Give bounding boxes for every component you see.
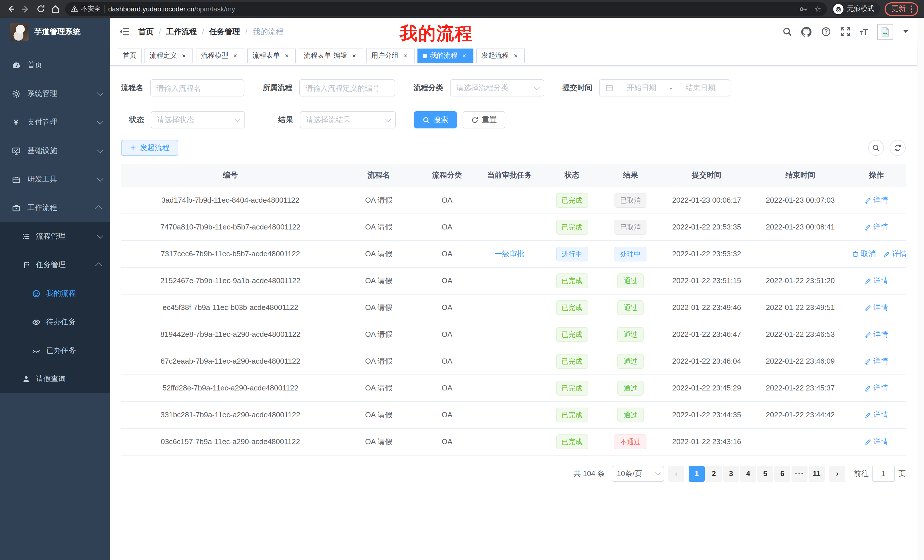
sidebar-item-pay[interactable]: ¥ 支付管理 (0, 108, 110, 136)
cell-submit-time: 2022-01-22 23:44:35 (660, 401, 753, 428)
prev-page-button[interactable]: ‹ (668, 466, 684, 482)
sidebar-fold-icon[interactable] (119, 26, 130, 37)
incognito-icon (833, 4, 843, 14)
view-tab[interactable]: 首页 (118, 48, 142, 63)
sidebar-item-todo-tasks[interactable]: 待办任务 (0, 308, 110, 336)
page-size-select[interactable]: 10条/页 (612, 466, 664, 482)
back-icon[interactable] (6, 4, 16, 14)
cancel-action[interactable]: 取消 (852, 249, 876, 259)
view-tab[interactable]: 流程表单-编辑 × (298, 48, 363, 63)
github-icon[interactable] (801, 27, 812, 37)
browser-menu-icon[interactable] (910, 5, 913, 13)
url-text[interactable]: dashboard.yudao.iocoder.cn/bpm/task/my (108, 5, 796, 13)
cell-result: 已取消 (602, 214, 660, 240)
page-number-button[interactable]: 4 (740, 466, 756, 482)
breadcrumb-home[interactable]: 首页 (138, 27, 154, 37)
sidebar-item-task-mgmt[interactable]: 任务管理 (0, 251, 110, 279)
view-tab[interactable]: 发起流程 × (476, 48, 525, 63)
forward-icon[interactable] (21, 4, 31, 14)
refresh-table-button[interactable] (890, 140, 906, 156)
start-process-button[interactable]: 发起流程 (121, 140, 178, 156)
cell-actions: 详情 (847, 214, 906, 240)
address-bar[interactable]: 不安全 dashboard.yudao.iocoder.cn/bpm/task/… (65, 2, 827, 16)
tags-view: 首页 流程定义 × 流程模型 × (110, 46, 917, 66)
goto-page-input[interactable] (872, 466, 895, 482)
sidebar-item-infra[interactable]: 基础设施 (0, 136, 110, 165)
detail-action[interactable]: 详情 (865, 383, 888, 393)
chevron-down-icon (97, 175, 104, 182)
page-number-button[interactable]: 5 (757, 466, 773, 482)
view-tab[interactable]: 流程模型 × (196, 48, 244, 63)
page-number-button[interactable]: 6 (774, 466, 790, 482)
home-icon[interactable] (50, 4, 60, 14)
view-tab[interactable]: 我的流程 × (417, 48, 473, 63)
detail-action[interactable]: 详情 (865, 302, 888, 313)
app-title: 芋道管理系统 (34, 27, 81, 37)
search-button[interactable]: 搜索 (414, 111, 457, 129)
result-select[interactable]: 请选择流结果 (300, 111, 396, 129)
avatar[interactable] (877, 24, 893, 40)
process-definition-input[interactable] (299, 79, 395, 96)
breadcrumb-workflow[interactable]: 工作流程 (166, 27, 197, 37)
status-select[interactable]: 请选择状态 (151, 111, 245, 129)
page-number-button[interactable]: 3 (723, 466, 739, 482)
process-name-input[interactable] (150, 79, 244, 96)
app-logo-row[interactable]: 芋道管理系统 (0, 18, 110, 46)
warning-icon (71, 5, 78, 13)
detail-action[interactable]: 详情 (865, 195, 888, 205)
current-task-link[interactable]: 一级审批 (495, 249, 524, 258)
page-number-button[interactable]: 2 (706, 466, 722, 482)
avatar-caret-icon[interactable] (903, 30, 908, 33)
view-tab[interactable]: 用户分组 × (366, 48, 415, 63)
tab-close-icon[interactable]: × (283, 52, 291, 60)
tab-close-icon[interactable]: × (512, 52, 520, 60)
edit-pen-icon (865, 358, 872, 364)
page-number-button[interactable]: 1 (689, 466, 705, 482)
cell-end-time (753, 428, 847, 455)
sidebar-item-workflow[interactable]: 工作流程 (0, 193, 110, 222)
tab-close-icon[interactable]: × (350, 52, 358, 60)
sidebar-item-done-tasks[interactable]: 已办任务 (0, 336, 110, 365)
sidebar-item-system[interactable]: 系统管理 (0, 79, 110, 108)
detail-action[interactable]: 详情 (865, 222, 888, 232)
font-size-icon[interactable]: TT (860, 27, 868, 36)
process-category-select[interactable]: 请选择流程分类 (450, 79, 544, 96)
tab-close-icon[interactable]: × (460, 52, 468, 60)
next-page-button[interactable]: › (829, 466, 845, 482)
status-badge: 已完成 (556, 193, 588, 208)
help-icon[interactable] (821, 27, 831, 37)
browser-update-button[interactable]: 更新 (885, 2, 918, 16)
page-number-button[interactable]: ··· (792, 466, 807, 482)
detail-action[interactable]: 详情 (865, 436, 888, 447)
reset-button[interactable]: 重置 (463, 111, 506, 129)
view-tab[interactable]: 流程表单 × (247, 48, 296, 63)
detail-action[interactable]: 详情 (884, 249, 906, 259)
sidebar-item-leave-query[interactable]: 请假查询 (0, 365, 110, 393)
sidebar-item-process-mgmt[interactable]: 流程管理 (0, 222, 110, 251)
password-key-icon[interactable] (799, 4, 808, 13)
tab-close-icon[interactable]: × (402, 52, 410, 60)
tab-label: 流程表单-编辑 (304, 51, 347, 60)
bookmark-star-icon[interactable]: ☆ (814, 5, 821, 13)
submit-time-range-picker[interactable]: 开始日期 - 结束日期 (599, 79, 730, 96)
search-icon[interactable] (782, 27, 792, 37)
cell-status: 已完成 (543, 428, 602, 455)
cell-submit-time: 2022-01-22 23:53:32 (660, 240, 753, 267)
reload-icon[interactable] (35, 4, 46, 14)
show-search-button[interactable] (868, 140, 884, 156)
detail-action[interactable]: 详情 (865, 356, 888, 366)
page-number-button[interactable]: 11 (808, 466, 825, 482)
security-chip[interactable]: 不安全 (71, 4, 101, 13)
fullscreen-icon[interactable] (840, 27, 850, 37)
table-row: 03c6c157-7b9a-11ec-a290-acde48001122 OA … (121, 428, 906, 455)
detail-action[interactable]: 详情 (865, 410, 888, 420)
detail-action[interactable]: 详情 (865, 329, 888, 339)
breadcrumb-task-mgmt[interactable]: 任务管理 (209, 27, 240, 37)
tab-close-icon[interactable]: × (231, 52, 239, 60)
sidebar-item-devtools[interactable]: 研发工具 (0, 165, 110, 193)
detail-action[interactable]: 详情 (865, 276, 888, 286)
sidebar-item-my-process[interactable]: 我的流程 (0, 279, 110, 308)
sidebar-item-home[interactable]: 首页 (0, 51, 110, 79)
view-tab[interactable]: 流程定义 × (144, 48, 193, 63)
tab-close-icon[interactable]: × (180, 52, 188, 60)
